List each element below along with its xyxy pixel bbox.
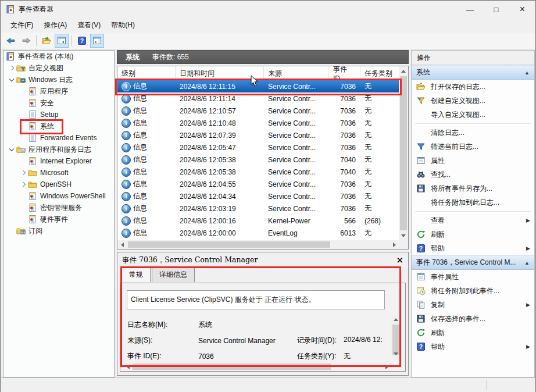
scroll-left-button[interactable] — [117, 240, 127, 249]
level-label: 信息 — [133, 204, 147, 213]
column-header-3[interactable]: 事件 ID — [329, 66, 360, 80]
chevron-right-icon[interactable] — [8, 66, 16, 70]
tree-item-3[interactable]: 应用程序 — [3, 85, 114, 97]
tree-item-11[interactable]: OpenSSH — [3, 179, 114, 190]
action-item-0-8[interactable]: 将所有事件另存为... — [412, 181, 534, 195]
table-horizontal-scrollbar[interactable] — [117, 240, 399, 249]
tree-item-10[interactable]: Microsoft — [3, 167, 114, 179]
tree-item-12[interactable]: Windows PowerShell — [3, 190, 114, 202]
table-row-11[interactable]: i信息2024/8/6 12:00:16Kernel-Power566(268) — [117, 215, 399, 227]
tab-1[interactable]: 详细信息 — [152, 268, 195, 282]
scroll-down-button[interactable] — [391, 349, 401, 358]
scroll-up-button[interactable] — [399, 66, 408, 76]
table-row-1[interactable]: i信息2024/8/6 12:11:14Service Contr...7036… — [117, 92, 399, 105]
menu-item-3[interactable]: 帮助(H) — [106, 19, 140, 32]
menu-item-1[interactable]: 操作(A) — [38, 19, 72, 32]
detail-horizontal-scrollbar[interactable] — [123, 362, 391, 371]
action-item-0-11[interactable]: 查看▶ — [412, 213, 534, 227]
tree-item-4[interactable]: 安全 — [3, 97, 114, 109]
action-item-0-7[interactable]: 查找... — [412, 168, 534, 181]
tab-0[interactable]: 常规 — [122, 266, 151, 282]
action-item-1-0[interactable]: 事件属性 — [412, 270, 534, 284]
table-row-9[interactable]: i信息2024/8/6 12:04:34Service Contr...7036… — [117, 190, 399, 202]
action-item-0-5[interactable]: 筛选当前日志... — [412, 140, 534, 154]
close-button[interactable]: × — [509, 1, 535, 18]
tree-item-0[interactable]: 事件查看器 (本地) — [3, 51, 114, 62]
collapse-arrow-icon[interactable]: ▲ — [524, 70, 530, 76]
tree-item-1[interactable]: 自定义视图 — [3, 62, 114, 74]
action-item-0-6[interactable]: 属性 — [412, 154, 534, 168]
table-row-4[interactable]: i信息2024/8/6 12:07:39Service Contr...7036… — [117, 129, 399, 141]
action-item-0-13[interactable]: ?帮助▶ — [412, 241, 534, 255]
tree-item-8[interactable]: 应用程序和服务日志 — [3, 144, 114, 155]
action-item-1-1[interactable]: 将任务附加到此事件... — [412, 284, 534, 298]
column-header-1[interactable]: 日期和时间 — [176, 66, 264, 80]
table-row-8[interactable]: i信息2024/8/6 12:04:55Service Contr...7036… — [117, 178, 399, 190]
tree-item-2[interactable]: Windows 日志 — [3, 74, 114, 85]
action-item-0-12[interactable]: 刷新 — [412, 227, 534, 241]
help-button[interactable]: ? — [75, 34, 89, 48]
column-header-2[interactable]: 来源 — [264, 66, 329, 80]
table-cell: 7036 — [329, 131, 360, 140]
table-row-3[interactable]: i信息2024/8/6 12:10:48Service Contr...7036… — [117, 117, 399, 129]
table-cell: 无 — [360, 155, 399, 165]
tree-item-6[interactable]: 系统 — [3, 120, 114, 132]
scroll-up-button[interactable] — [391, 315, 401, 324]
table-row-5[interactable]: i信息2024/8/6 12:05:47Service Contr...7036… — [117, 141, 399, 154]
collapse-arrow-icon[interactable]: ▲ — [524, 260, 530, 266]
action-pane-button[interactable] — [90, 34, 104, 48]
table-row-7[interactable]: i信息2024/8/6 12:05:38Service Contr...7040… — [117, 166, 399, 178]
tree-item-14[interactable]: 硬件事件 — [3, 213, 114, 225]
table-row-10[interactable]: i信息2024/8/6 12:03:19Service Contr...7036… — [117, 202, 399, 215]
scroll-down-button[interactable] — [399, 231, 408, 240]
back-button[interactable] — [4, 34, 18, 48]
action-item-1-5[interactable]: ?帮助▶ — [412, 340, 534, 354]
table-vertical-scrollbar[interactable] — [399, 66, 408, 249]
maximize-button[interactable]: □ — [483, 1, 509, 18]
action-item-0-2[interactable]: 导入自定义视图... — [412, 108, 534, 122]
chevron-down-icon[interactable] — [8, 149, 16, 151]
scroll-right-button[interactable] — [390, 240, 399, 249]
table-row-12[interactable]: i信息2024/8/6 12:00:00EventLog6013无 — [117, 227, 399, 239]
action-item-0-4[interactable]: 清除日志... — [412, 126, 534, 140]
detail-close-icon[interactable]: × — [396, 256, 403, 265]
tree-item-15[interactable]: 订阅 — [3, 225, 114, 237]
tree-item-5[interactable]: Setup — [3, 109, 114, 120]
menu-item-0[interactable]: 文件(F) — [5, 19, 38, 32]
scrollbar-thumb[interactable] — [128, 241, 330, 248]
action-section-header-1[interactable]: 事件 7036，Service Control M...▲ — [412, 255, 534, 270]
detail-vertical-scrollbar[interactable] — [391, 315, 401, 358]
table-cell: 2024/8/6 12:04:34 — [176, 193, 264, 201]
scroll-right-button[interactable] — [382, 362, 391, 371]
action-item-1-4[interactable]: 刷新 — [412, 326, 534, 340]
table-row-0[interactable]: i信息2024/8/6 12:11:15Service Contr...7036… — [117, 80, 399, 92]
column-header-4[interactable]: 任务类别 — [360, 66, 399, 80]
console-tree-button[interactable] — [55, 34, 69, 48]
forward-button[interactable] — [19, 34, 33, 48]
chevron-right-icon[interactable] — [20, 171, 28, 174]
open-saved-log-button[interactable] — [40, 34, 53, 48]
action-item-1-3[interactable]: 保存选择的事件... — [412, 312, 534, 326]
tree-item-9[interactable]: Internet Explorer — [3, 155, 114, 167]
action-section-header-0[interactable]: 系统▲ — [412, 65, 534, 80]
table-cell: Service Contr... — [264, 119, 329, 127]
scroll-left-button[interactable] — [123, 362, 133, 371]
tree-item-13[interactable]: 密钥管理服务 — [3, 202, 114, 213]
column-header-0[interactable]: 级别 — [117, 66, 176, 80]
table-row-2[interactable]: i信息2024/8/6 12:10:57Service Contr...7036… — [117, 105, 399, 117]
tree-item-7[interactable]: Forwarded Events — [3, 132, 114, 144]
action-item-label: 刷新 — [431, 230, 445, 240]
scrollbar-thumb[interactable] — [400, 76, 407, 230]
action-item-0-9[interactable]: 将任务附加到此日志... — [412, 195, 534, 209]
action-item-0-0[interactable]: 打开保存的日志... — [412, 80, 534, 94]
chevron-down-icon[interactable] — [8, 79, 16, 81]
action-item-1-2[interactable]: 复制▶ — [412, 298, 534, 312]
chevron-right-icon[interactable] — [20, 183, 28, 186]
scrollbar-thumb[interactable] — [133, 364, 331, 370]
minimize-button[interactable]: — — [457, 1, 483, 18]
action-item-0-1[interactable]: 创建自定义视图... — [412, 94, 534, 108]
menu-item-2[interactable]: 查看(V) — [72, 19, 106, 32]
table-row-6[interactable]: i信息2024/8/6 12:05:38Service Contr...7040… — [117, 154, 399, 166]
table-cell: i信息 — [117, 204, 176, 213]
refresh-icon — [416, 230, 426, 239]
